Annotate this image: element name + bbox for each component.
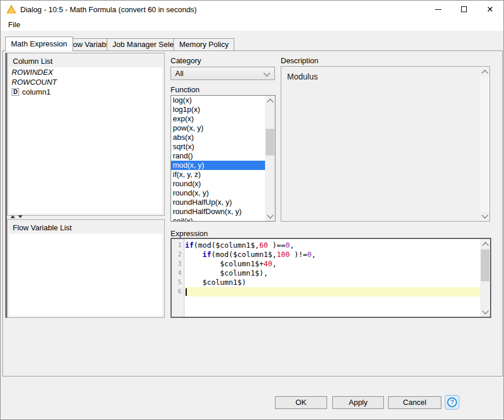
function-item[interactable]: log(x) (171, 96, 275, 105)
line-number: 4 (172, 269, 184, 278)
list-item-column1[interactable]: D column1 (9, 87, 162, 97)
scroll-up-icon[interactable] (265, 96, 275, 106)
scroll-up-icon[interactable] (480, 67, 490, 77)
menu-bar: File (1, 18, 503, 31)
scroll-down-icon[interactable] (480, 211, 490, 221)
scroll-up-icon[interactable] (480, 239, 490, 249)
description-scrollbar[interactable] (480, 67, 490, 221)
line-number: 2 (172, 250, 184, 259)
scroll-down-icon[interactable] (480, 307, 490, 317)
column-list-title: Column List (13, 57, 53, 66)
minimize-icon (435, 9, 441, 10)
split-divider[interactable] (9, 215, 26, 219)
code-line[interactable]: $column1$) (185, 278, 480, 287)
code-line[interactable]: if(mod($column1$,100 )!=0, (185, 250, 480, 259)
function-item[interactable]: round(x) (171, 179, 275, 189)
tab-memory-policy[interactable]: Memory Policy (173, 38, 234, 50)
function-item[interactable]: ceil(x) (171, 216, 275, 222)
code-line[interactable]: $column1$), (185, 269, 480, 278)
collapse-up-icon[interactable] (10, 215, 15, 218)
maximize-button[interactable] (451, 1, 477, 18)
flow-variable-list-title: Flow Variable List (13, 223, 72, 232)
description-box: Modulus (281, 66, 490, 222)
function-item[interactable]: pow(x, y) (171, 124, 275, 133)
function-scrollbar[interactable] (265, 96, 275, 221)
function-item[interactable]: abs(x) (171, 133, 275, 142)
tab-math-expression[interactable]: Math Expression (5, 37, 73, 51)
scrollbar-thumb[interactable] (481, 249, 490, 281)
function-item[interactable]: roundHalfDown(x, y) (171, 207, 275, 216)
cancel-button[interactable]: Cancel (388, 396, 441, 409)
expression-editor[interactable]: 123456 if(mod($column1$,60 )==0, if(mod(… (171, 238, 491, 318)
chevron-down-icon (263, 70, 270, 76)
titlebar: Dialog - 10:5 - Math Formula (convert 60… (1, 1, 503, 18)
line-number: 6 (172, 287, 184, 296)
code-line[interactable] (185, 287, 480, 296)
line-number: 1 (172, 241, 184, 250)
collapse-down-icon[interactable] (18, 215, 23, 218)
help-button[interactable]: ? (445, 395, 459, 410)
function-item[interactable]: mod(x, y) (171, 161, 275, 170)
menu-file[interactable]: File (6, 20, 23, 30)
flow-variable-list-panel: Flow Variable List (7, 219, 165, 318)
text-caret (186, 288, 187, 296)
knime-warning-triangle-icon (6, 5, 16, 13)
function-list: log(x)log1p(x)exp(x)pow(x, y)abs(x)sqrt(… (171, 95, 275, 222)
category-value: All (175, 69, 183, 78)
list-item-rowcount[interactable]: ROWCOUNT (9, 77, 162, 87)
splitpane-edge (5, 53, 7, 318)
line-number-gutter: 123456 (172, 239, 184, 317)
line-number: 5 (172, 278, 184, 287)
close-icon: ✕ (487, 5, 494, 13)
dialog-window: Dialog - 10:5 - Math Formula (convert 60… (0, 0, 504, 420)
scroll-down-icon[interactable] (265, 211, 275, 221)
expression-label: Expression (171, 229, 208, 238)
minimize-button[interactable] (425, 1, 451, 18)
double-type-icon: D (12, 88, 19, 96)
description-text: Modulus (287, 72, 318, 81)
function-item[interactable]: log1p(x) (171, 105, 275, 114)
column-list-panel: Column List ROWINDEX ROWCOUNT D column1 (7, 53, 165, 216)
category-dropdown[interactable]: All (171, 67, 275, 80)
description-label: Description (281, 56, 318, 65)
function-label: Function (171, 85, 200, 94)
column-list: ROWINDEX ROWCOUNT D column1 (9, 67, 162, 213)
category-label: Category (171, 56, 201, 65)
list-item-rowindex[interactable]: ROWINDEX (9, 67, 162, 77)
close-button[interactable]: ✕ (477, 1, 503, 18)
function-item[interactable]: round(x, y) (171, 189, 275, 198)
function-item[interactable]: if(x, y, z) (171, 170, 275, 179)
flow-variable-list (9, 234, 162, 316)
expression-scrollbar[interactable] (480, 239, 490, 317)
help-icon: ? (447, 397, 457, 407)
function-item[interactable]: roundHalfUp(x, y) (171, 198, 275, 207)
window-title: Dialog - 10:5 - Math Formula (convert 60… (20, 5, 197, 14)
function-item[interactable]: sqrt(x) (171, 142, 275, 151)
apply-button[interactable]: Apply (332, 396, 384, 409)
function-item[interactable]: exp(x) (171, 114, 275, 124)
ok-button[interactable]: OK (275, 396, 327, 409)
function-item[interactable]: rand() (171, 151, 275, 161)
code-area[interactable]: if(mod($column1$,60 )==0, if(mod($column… (185, 239, 480, 317)
scrollbar-thumb[interactable] (266, 129, 274, 155)
code-line[interactable]: if(mod($column1$,60 )==0, (185, 241, 480, 250)
maximize-icon (461, 6, 467, 12)
code-line[interactable]: $column1$+40, (185, 259, 480, 269)
line-number: 3 (172, 259, 184, 269)
